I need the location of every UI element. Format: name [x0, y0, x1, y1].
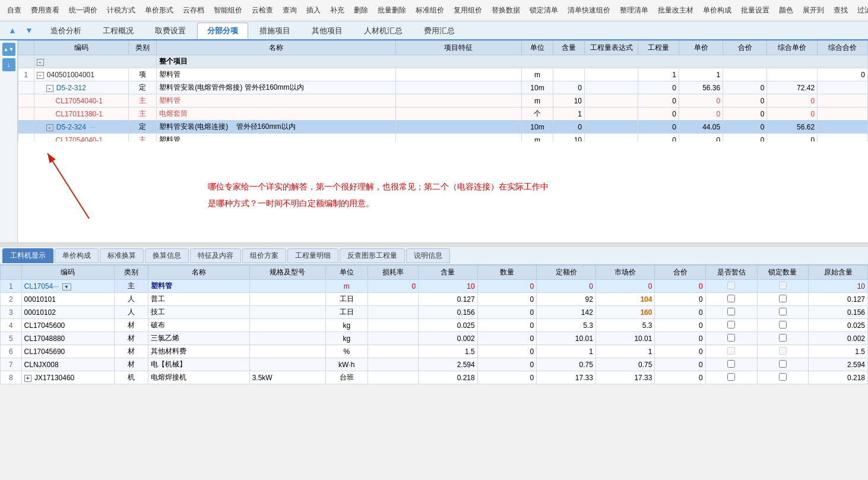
type-cell: 材	[115, 345, 148, 358]
expand-toggle[interactable]: -	[37, 72, 44, 79]
islocked-checkbox[interactable]	[779, 308, 787, 315]
islocked-checkbox[interactable]	[779, 347, 787, 355]
tab-feiyong[interactable]: 费用汇总	[414, 23, 465, 39]
tab-qufei[interactable]: 取费设置	[145, 23, 196, 39]
row-num-cell: 2	[1, 293, 22, 306]
table-row[interactable]: - D5-2-312 定 塑料管安装(电熔管件熔接) 管外径160mm以内 10…	[18, 81, 868, 94]
qty-cell: 0.156	[419, 306, 478, 319]
menu-item-zhinengzujia[interactable]: 智能组价	[209, 3, 247, 18]
islocked-checkbox[interactable]	[779, 295, 787, 302]
menu-item-qingdankuaisu[interactable]: 清单快速组价	[563, 3, 615, 18]
islocked-checkbox[interactable]	[779, 360, 787, 368]
menu-item-shanchu[interactable]: 删除	[349, 3, 373, 18]
lower-table-row[interactable]: 7 CLNJX008 材 电【机械】 kW·h 2.594 0 0.75 0.7…	[1, 358, 868, 371]
menu-item-pilianggai[interactable]: 批量改主材	[653, 3, 698, 18]
table-row[interactable]: 1 - 040501004001 项 塑料管 m 1	[18, 68, 868, 81]
menu-item-biaozhunzujia[interactable]: 标准组价	[411, 3, 449, 18]
menu-item-yuncundang[interactable]: 云存档	[178, 3, 209, 18]
expand-toggle[interactable]: -	[37, 59, 44, 66]
lower-tab-fanchatu[interactable]: 反查图形工程量	[340, 248, 405, 263]
unit-cell: 工日	[325, 306, 368, 319]
isest-checkbox[interactable]	[727, 295, 735, 302]
menu-item-fuyongzujia[interactable]: 复用组价	[449, 3, 487, 18]
menu-item-yunjiancha[interactable]: 云检查	[247, 3, 278, 18]
lower-table-row[interactable]: 3 00010102 人 技工 工日 0.156 0 142 160 0	[1, 306, 868, 319]
islocked-checkbox[interactable]	[779, 282, 787, 289]
islocked-checkbox[interactable]	[779, 321, 787, 329]
lower-col-unit: 单位	[325, 266, 368, 280]
menu-item-tongyitiaojia[interactable]: 统一调价	[64, 3, 102, 18]
menu-item-piliangshanchu[interactable]: 批量删除	[373, 3, 411, 18]
expand-toggle[interactable]: -	[46, 85, 53, 92]
menu-item-feiyong[interactable]: 费用查看	[26, 3, 64, 18]
table-row[interactable]: CL17011380-1 主 电熔套筒 个 1 0 0 0 0	[18, 108, 868, 121]
isest-checkbox[interactable]	[727, 360, 735, 368]
lower-col-marketprice: 市场价	[595, 266, 655, 280]
menu-item-guolv[interactable]: 过滤	[853, 3, 868, 18]
price-cell: 1	[679, 68, 723, 81]
isest-checkbox[interactable]	[727, 334, 735, 342]
upper-hscrollbar[interactable]	[0, 242, 868, 247]
menu-item-suoding[interactable]: 锁定清单	[525, 3, 563, 18]
isest-checkbox[interactable]	[727, 347, 735, 355]
lower-table-row[interactable]: 6 CL17045690 材 其他材料费 % 1.5 0 1 1 0	[1, 345, 868, 358]
isest-checkbox[interactable]	[727, 373, 735, 381]
tab-gongcheng[interactable]: 工程概况	[93, 23, 144, 39]
compprice-cell: 0	[767, 134, 818, 142]
expand-toggle[interactable]: +	[24, 375, 31, 382]
name-cell: 塑料管	[157, 134, 396, 142]
row-num-cell	[18, 94, 34, 108]
expand-icon[interactable]: ↓	[2, 58, 15, 71]
nav-up-icon[interactable]: ▲	[5, 26, 20, 35]
lower-table-row[interactable]: 8 + JX17130460 机 电熔焊接机 3.5kW 台班 0.218 0 …	[1, 371, 868, 384]
isest-cell	[705, 319, 757, 332]
menu-item-buchong[interactable]: 补充	[325, 3, 349, 18]
tab-cuoshi[interactable]: 措施项目	[249, 23, 300, 39]
menu-item-piliangshezhi[interactable]: 批量设置	[736, 3, 774, 18]
menu-item-chaxun[interactable]: 查询	[278, 3, 302, 18]
menu-item-yanse[interactable]: 颜色	[774, 3, 798, 18]
lower-tab-gongliaojiXianshi[interactable]: 工料机显示	[2, 248, 53, 263]
compprice-cell: 56.62	[767, 121, 818, 134]
menu-item-charu[interactable]: 插入	[302, 3, 325, 18]
isest-checkbox[interactable]	[727, 282, 735, 289]
islocked-checkbox[interactable]	[779, 334, 787, 342]
lower-table-row[interactable]: 2 00010101 人 普工 工日 0.127 0 92 104 0	[1, 293, 868, 306]
lower-table-row[interactable]: 1 CL17054··· ▼ 主 塑料管 m 0 10 0 0 0	[1, 280, 868, 293]
table-row[interactable]: - D5-2-324 ··· 定 塑料管安装(电熔连接) 管外径160mm以内 …	[18, 121, 868, 134]
menu-item-zhengli[interactable]: 整理清单	[615, 3, 653, 18]
menu-item-zhankai[interactable]: 展开到	[798, 3, 829, 18]
lower-tab-gongchengliang[interactable]: 工程量明细	[287, 248, 338, 263]
row-num-cell	[18, 55, 34, 68]
lower-tab-danjiagoucheng[interactable]: 单价构成	[55, 248, 99, 263]
table-row[interactable]: CL17054040-1 主 塑料管 m 10 0 0 0 0	[18, 94, 868, 108]
isest-checkbox[interactable]	[727, 321, 735, 329]
origqty-cell: 0.127	[809, 293, 868, 306]
lower-tab-biaozhunhuansuan[interactable]: 标准换算	[100, 248, 144, 263]
collapse-all-icon[interactable]: ▲▼	[2, 43, 15, 56]
expand-toggle[interactable]: -	[46, 124, 53, 131]
menu-item-danjiaxingshi[interactable]: 单价形式	[140, 3, 178, 18]
islocked-checkbox[interactable]	[779, 373, 787, 381]
lower-table-row[interactable]: 5 CL17048880 材 三氯乙烯 kg 0.002 0 10.01 10.…	[1, 332, 868, 345]
isest-checkbox[interactable]	[727, 308, 735, 315]
menu-item-tihuan[interactable]: 替换数据	[487, 3, 525, 18]
lower-tab-zujia[interactable]: 组价方案	[242, 248, 286, 263]
nav-down-icon[interactable]: ▼	[21, 26, 37, 35]
dropdown-btn[interactable]: ▼	[62, 283, 71, 290]
type-cell: 定	[128, 81, 157, 94]
lower-tab-shuoming[interactable]: 说明信息	[406, 248, 450, 263]
menu-item-zicha[interactable]: 自查	[2, 3, 26, 18]
lower-tab-huansuanxinxi[interactable]: 换算信息	[145, 248, 189, 263]
menu-item-chazhao[interactable]: 查找	[829, 3, 853, 18]
tab-fenbufenxiang[interactable]: 分部分项	[197, 23, 248, 39]
lower-table-row[interactable]: 4 CL17045600 材 破布 kg 0.025 0 5.3 5.3 0	[1, 319, 868, 332]
menu-item-danjiagoucheng[interactable]: 单价构成	[698, 3, 736, 18]
menu-item-jishuifangshi[interactable]: 计税方式	[102, 3, 140, 18]
tab-qita[interactable]: 其他项目	[302, 23, 353, 39]
lower-tab-tezheng[interactable]: 特征及内容	[190, 248, 241, 263]
table-row[interactable]: CL17054040-1 主 塑料管 m 10 0 0 0 0	[18, 134, 868, 142]
tab-zaojia[interactable]: 造价分析	[40, 23, 91, 39]
table-row[interactable]: - 整个项目	[18, 55, 868, 68]
tab-rencaiji[interactable]: 人材机汇总	[354, 23, 413, 39]
